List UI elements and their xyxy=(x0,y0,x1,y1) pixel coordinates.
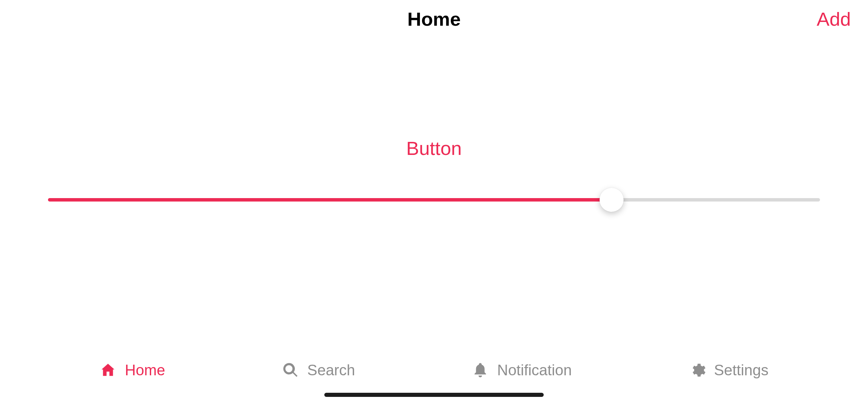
tab-label: Home xyxy=(125,362,165,379)
slider-fill xyxy=(48,198,612,202)
bell-icon xyxy=(472,362,489,379)
navbar: Home Add xyxy=(0,0,868,38)
main-content: Button xyxy=(48,137,820,209)
gear-icon xyxy=(689,362,706,379)
tab-settings[interactable]: Settings xyxy=(689,362,769,379)
slider[interactable] xyxy=(48,190,820,209)
tab-label: Notification xyxy=(497,362,572,379)
tab-search[interactable]: Search xyxy=(282,362,355,379)
tab-notification[interactable]: Notification xyxy=(472,362,572,379)
home-indicator xyxy=(324,393,544,397)
search-icon xyxy=(282,362,299,379)
slider-thumb[interactable] xyxy=(600,188,624,212)
home-icon xyxy=(99,362,117,379)
tab-label: Settings xyxy=(714,362,769,379)
page-title: Home xyxy=(407,8,461,30)
tab-home[interactable]: Home xyxy=(99,362,165,379)
center-button[interactable]: Button xyxy=(406,137,462,159)
tab-label: Search xyxy=(307,362,355,379)
add-button[interactable]: Add xyxy=(817,8,851,30)
